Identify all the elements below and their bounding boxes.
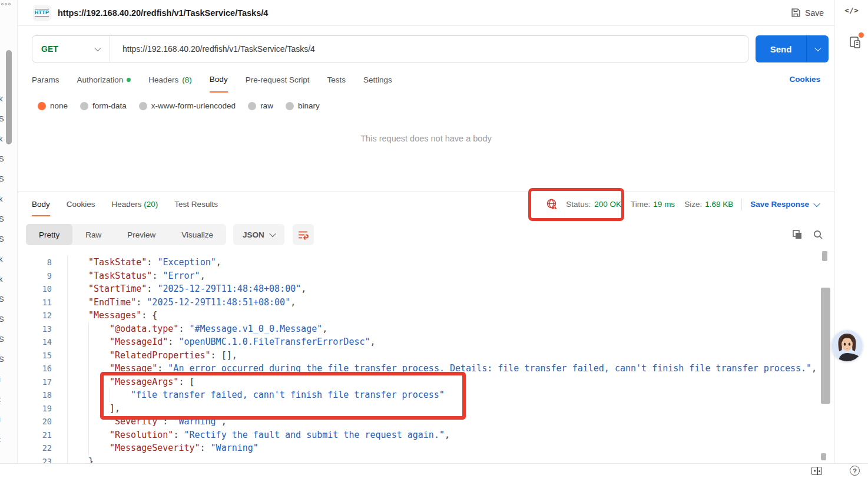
line-number: 8 [18, 256, 59, 269]
panel-toggle-icon[interactable] [811, 467, 822, 475]
edge-letter: k [0, 275, 3, 283]
line-number: 18 [18, 388, 59, 402]
response-tab-headers[interactable]: Headers (20) [112, 200, 158, 216]
copy-icon[interactable] [792, 229, 803, 240]
tab-params[interactable]: Params [32, 75, 59, 93]
code-line: 17"MessageArgs": [ [18, 375, 834, 389]
send-button[interactable]: Send [756, 35, 829, 62]
view-preview[interactable]: Preview [114, 224, 168, 245]
url-input[interactable]: https://192.168.40.20/redfish/v1/TaskSer… [110, 44, 315, 54]
bottom-status-bar: ? [0, 463, 868, 478]
view-pretty[interactable]: Pretty [26, 224, 72, 245]
tab-headers[interactable]: Headers(8) [148, 75, 192, 93]
method-selector[interactable]: GET [32, 36, 110, 62]
body-type-raw[interactable]: raw [248, 101, 273, 110]
notification-dot [859, 32, 864, 38]
save-button[interactable]: Save [791, 8, 824, 18]
wrap-text-button[interactable] [293, 224, 314, 245]
tab-label: Pre-request Script [246, 75, 310, 84]
response-tab-cookies[interactable]: Cookies [67, 200, 95, 216]
code-line: 19], [18, 402, 834, 416]
tab-pre-request-script[interactable]: Pre-request Script [246, 75, 310, 93]
horizontal-scrollbar-thumb[interactable] [821, 453, 826, 460]
code-line: 14"MessageId": "openUBMC.1.0.FileTransfe… [18, 335, 834, 349]
tab-label: Params [32, 75, 59, 84]
radio-label: raw [260, 101, 273, 110]
edge-letter: S [0, 154, 4, 163]
radio-label: binary [298, 101, 320, 110]
code-snippet-icon[interactable]: </> [835, 6, 868, 15]
right-sidebar: </> [834, 0, 868, 463]
left-sidebar-sliver: kSkSSkSSkkSSSSi:i: [0, 0, 18, 463]
cookies-link[interactable]: Cookies [789, 75, 820, 84]
tab-label: Tests [327, 75, 346, 84]
edge-letter: : [0, 395, 1, 404]
edge-letter: S [0, 114, 4, 123]
tab-settings[interactable]: Settings [363, 75, 392, 93]
save-response-button[interactable]: Save Response [750, 200, 819, 209]
code-line: 12"Messages": { [18, 309, 834, 322]
response-tabs: BodyCookiesHeaders (20)Test Results [32, 200, 218, 216]
edge-letter: S [0, 235, 4, 243]
green-dot-icon [127, 78, 131, 82]
edge-letter: k [0, 134, 3, 143]
response-scrollbar-thumb[interactable] [821, 288, 830, 404]
response-tab-test-results[interactable]: Test Results [174, 200, 218, 216]
edge-letter: i [0, 415, 1, 424]
view-visualize[interactable]: Visualize [168, 224, 226, 245]
request-tab-bar: HTTP https://192.168.40.20/redfish/v1/Ta… [18, 0, 834, 26]
body-type-options: noneform-datax-www-form-urlencodedrawbin… [38, 101, 320, 110]
body-type-form-data[interactable]: form-data [80, 101, 127, 110]
send-options-chevron[interactable] [806, 35, 829, 62]
code-line: 9"TaskStatus": "Error", [18, 269, 834, 283]
radio-icon [80, 102, 88, 110]
response-view-switcher: PrettyRawPreviewVisualize [26, 224, 226, 245]
tab-label: Settings [363, 75, 392, 84]
line-number: 21 [18, 428, 59, 442]
send-label[interactable]: Send [756, 35, 806, 62]
radio-icon [139, 102, 147, 110]
language-dropdown[interactable]: JSON [233, 224, 284, 245]
body-type-binary[interactable]: binary [286, 101, 320, 110]
time-value: 19 ms [653, 200, 675, 209]
radio-label: none [50, 101, 68, 110]
body-type-x-www-form-urlencoded[interactable]: x-www-form-urlencoded [139, 101, 236, 110]
tab-tests[interactable]: Tests [327, 75, 346, 93]
edge-letter: S [0, 315, 4, 324]
code-line: 21"Resolution": "Rectify the fault and s… [18, 428, 834, 442]
window-drag-dots-icon [1, 3, 11, 5]
response-scrollbar-thumb-top[interactable] [822, 251, 827, 261]
tab-body[interactable]: Body [210, 75, 228, 93]
url-bar: GET https://192.168.40.20/redfish/v1/Tas… [32, 35, 748, 62]
body-type-none[interactable]: none [38, 101, 68, 110]
empty-body-message: This request does not have a body [18, 134, 834, 143]
help-icon[interactable]: ? [850, 466, 860, 476]
edge-letter: : [0, 435, 1, 444]
chevron-down-icon [814, 45, 821, 51]
size-value: 1.68 KB [705, 200, 733, 209]
request-tab-title: https://192.168.40.20/redfish/v1/TaskSer… [58, 8, 268, 18]
assistant-avatar[interactable] [831, 330, 863, 361]
code-line: 15"RelatedProperties": [], [18, 349, 834, 362]
response-body-editor[interactable]: 8"TaskState": "Exception",9"TaskStatus":… [18, 251, 834, 463]
status-value: 200 OK [594, 200, 621, 209]
line-number: 13 [18, 322, 59, 336]
code-line: 16"Message": "An error occurred during t… [18, 362, 834, 375]
line-number: 23 [18, 455, 59, 464]
edge-letter: k [0, 255, 3, 263]
chevron-down-icon [813, 200, 820, 206]
floppy-icon [791, 8, 801, 18]
radio-label: x-www-form-urlencoded [151, 101, 236, 110]
search-icon[interactable] [813, 229, 823, 240]
tab-authorization[interactable]: Authorization [77, 75, 131, 93]
response-tab-body[interactable]: Body [32, 200, 50, 216]
language-label: JSON [243, 230, 264, 239]
view-raw[interactable]: Raw [72, 224, 114, 245]
line-number: 9 [18, 269, 59, 283]
radio-label: form-data [92, 101, 127, 110]
line-number: 15 [18, 349, 59, 362]
edge-letter: k [0, 94, 3, 103]
edge-letter: k [0, 195, 3, 203]
line-number: 19 [18, 402, 59, 416]
sidebar-scrollbar-thumb[interactable] [6, 50, 12, 144]
